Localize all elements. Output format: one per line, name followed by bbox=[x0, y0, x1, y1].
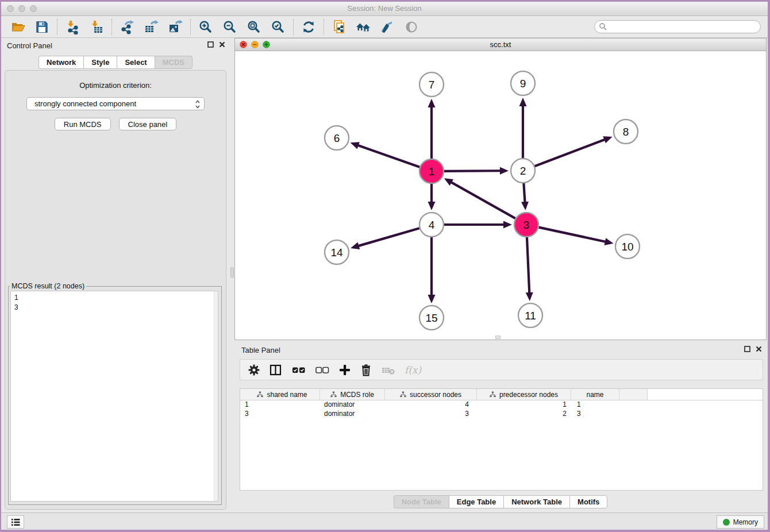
optimization-criterion-label: Optimization criterion: bbox=[5, 81, 226, 90]
search-input[interactable] bbox=[607, 22, 760, 32]
list-icon bbox=[11, 518, 20, 526]
control-panel-title: Control Panel bbox=[7, 41, 52, 50]
tab-edge-table[interactable]: Edge Table bbox=[449, 495, 503, 508]
task-history-button[interactable] bbox=[7, 515, 24, 529]
tab-style[interactable]: Style bbox=[83, 56, 117, 69]
graph-edge[interactable] bbox=[535, 139, 606, 166]
zoom-fit-button[interactable] bbox=[242, 17, 266, 37]
table-cell: 1 bbox=[571, 400, 619, 410]
graph-edge-arrowhead bbox=[503, 221, 512, 229]
graph-edge[interactable] bbox=[523, 183, 525, 203]
trash-icon[interactable] bbox=[360, 364, 372, 376]
mcds-panel: Optimization criterion: strongly connect… bbox=[5, 70, 226, 510]
table-panel-title: Table Panel bbox=[241, 346, 280, 354]
graph-node-label: 15 bbox=[425, 312, 437, 324]
criterion-select[interactable]: strongly connected component bbox=[26, 97, 205, 110]
tab-select[interactable]: Select bbox=[117, 56, 154, 69]
tab-motifs[interactable]: Motifs bbox=[569, 495, 607, 508]
graph-edge-arrowhead bbox=[519, 98, 527, 106]
float-panel-icon[interactable] bbox=[744, 346, 750, 352]
node-table-header: shared name MCDS role successor nodes pr… bbox=[240, 389, 763, 400]
import-network-button[interactable] bbox=[60, 17, 84, 37]
table-row[interactable]: 1dominator411 bbox=[240, 400, 763, 410]
table-cell: dominator bbox=[320, 410, 385, 419]
zoom-in-icon bbox=[198, 20, 213, 34]
graph-edge[interactable] bbox=[539, 228, 606, 242]
select-all-columns-icon[interactable] bbox=[291, 364, 306, 376]
first-neighbors-button[interactable] bbox=[351, 17, 375, 37]
show-hide-button[interactable] bbox=[399, 17, 424, 37]
table-cell: dominator bbox=[320, 400, 385, 410]
network-view-window: scc.txt 7968124314101511 bbox=[234, 38, 767, 340]
add-column-icon[interactable] bbox=[338, 364, 351, 376]
panel-splitter-handle[interactable] bbox=[230, 267, 234, 277]
export-table-button[interactable] bbox=[139, 17, 163, 37]
zoom-fit-icon bbox=[247, 20, 261, 34]
table-cell: 4 bbox=[385, 400, 477, 410]
graph-edge-arrowhead bbox=[351, 242, 360, 249]
toolbar-separator bbox=[57, 19, 57, 35]
float-panel-icon[interactable] bbox=[207, 41, 214, 48]
show-columns-icon[interactable] bbox=[269, 364, 283, 376]
close-panel-icon[interactable] bbox=[756, 346, 762, 352]
graph-node-label: 6 bbox=[334, 132, 340, 144]
mcds-result-text: 1 3 bbox=[10, 291, 218, 502]
column-header-shared-name[interactable]: shared name bbox=[240, 389, 320, 400]
tab-network-table[interactable]: Network Table bbox=[503, 495, 569, 508]
column-header-name[interactable]: name bbox=[571, 389, 619, 400]
close-panel-button[interactable]: Close panel bbox=[119, 118, 177, 130]
column-header-successor-nodes[interactable]: successor nodes bbox=[385, 389, 477, 400]
zoom-in-button[interactable] bbox=[194, 17, 218, 37]
clone-network-icon bbox=[332, 20, 346, 34]
delete-table-icon[interactable] bbox=[381, 364, 396, 376]
save-session-button[interactable] bbox=[30, 17, 54, 37]
table-cell: 3 bbox=[240, 410, 320, 419]
open-session-button[interactable] bbox=[6, 17, 30, 37]
column-header-mcds-role[interactable]: MCDS role bbox=[320, 389, 385, 400]
table-toolbar: f(x) bbox=[240, 359, 763, 380]
memory-status-dot bbox=[723, 519, 730, 526]
main-titlebar: Session: New Session bbox=[1, 2, 768, 16]
export-image-button[interactable] bbox=[163, 17, 187, 37]
home-icon bbox=[355, 20, 371, 34]
canvas-scroll-grip[interactable] bbox=[495, 336, 500, 339]
graph-edge[interactable] bbox=[357, 145, 419, 167]
mcds-result-title: MCDS result (2 nodes) bbox=[10, 282, 86, 290]
function-builder-button[interactable]: f(x) bbox=[405, 364, 421, 376]
graph-edge[interactable] bbox=[444, 171, 501, 171]
graph-edge[interactable] bbox=[357, 228, 419, 246]
table-cell: 1 bbox=[240, 400, 320, 410]
table-row[interactable]: 3dominator323 bbox=[240, 410, 763, 419]
result-scrollbar[interactable] bbox=[214, 291, 218, 501]
graph-edge-arrowhead bbox=[351, 142, 360, 149]
tab-mcds[interactable]: MCDS bbox=[155, 56, 192, 69]
folder-open-icon bbox=[10, 20, 25, 34]
refresh-view-button[interactable] bbox=[297, 17, 321, 37]
export-network-icon bbox=[120, 20, 134, 34]
clone-network-button[interactable] bbox=[327, 17, 351, 37]
close-panel-icon[interactable] bbox=[219, 41, 225, 48]
import-table-button[interactable] bbox=[84, 17, 109, 37]
network-canvas[interactable]: 7968124314101511 bbox=[235, 51, 766, 340]
application-window: Session: New Session bbox=[1, 2, 768, 530]
tab-network[interactable]: Network bbox=[38, 56, 83, 69]
column-type-icon bbox=[400, 391, 406, 398]
tab-node-table[interactable]: Node Table bbox=[394, 495, 449, 508]
unselect-all-columns-icon[interactable] bbox=[315, 364, 330, 376]
table-cell: 1 bbox=[477, 400, 571, 410]
run-mcds-button[interactable]: Run MCDS bbox=[55, 118, 111, 130]
graph-edge-arrowhead bbox=[428, 202, 436, 210]
apply-style-button[interactable] bbox=[375, 17, 399, 37]
zoom-out-button[interactable] bbox=[218, 17, 242, 37]
memory-button[interactable]: Memory bbox=[717, 515, 764, 529]
export-network-button[interactable] bbox=[115, 17, 139, 37]
gear-icon[interactable] bbox=[248, 364, 260, 376]
zoom-selected-button[interactable] bbox=[266, 17, 290, 37]
network-window-title: scc.txt bbox=[235, 40, 766, 49]
network-window-titlebar[interactable]: scc.txt bbox=[235, 38, 766, 51]
column-header-predecessor-nodes[interactable]: predecessor nodes bbox=[477, 389, 571, 400]
graph-node-label: 1 bbox=[429, 165, 435, 178]
result-line: 3 bbox=[14, 303, 214, 313]
graph-edge[interactable] bbox=[527, 237, 529, 294]
graph-edge[interactable] bbox=[451, 182, 515, 219]
